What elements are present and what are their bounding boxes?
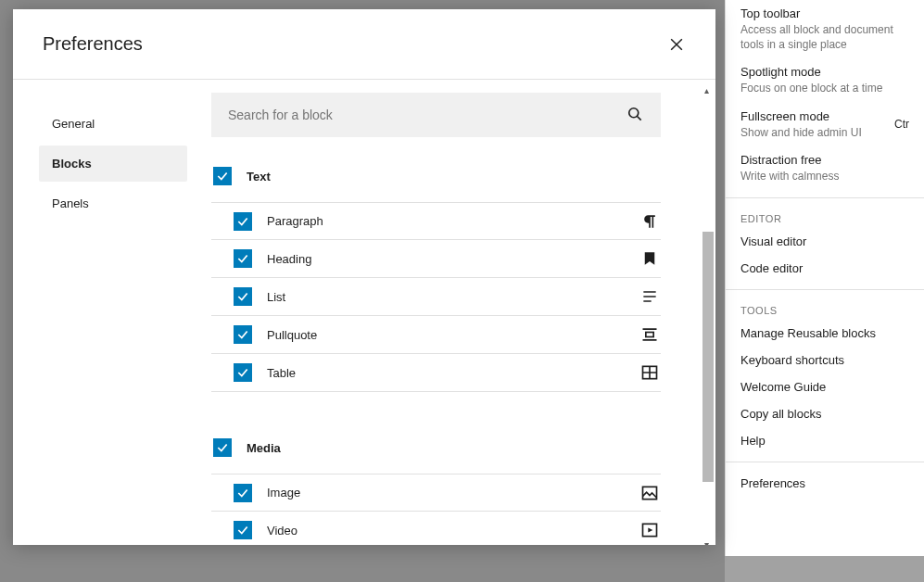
checkbox-checked[interactable]	[234, 287, 252, 306]
menu-item-title: Code editor	[740, 261, 909, 275]
block-row-video[interactable]: Video	[211, 512, 661, 545]
category-label: Media	[247, 441, 661, 455]
block-label: Pullquote	[267, 328, 639, 342]
menu-item-copy-all-blocks[interactable]: Copy all blocks	[726, 400, 924, 427]
block-label: Heading	[267, 252, 639, 266]
modal-title: Preferences	[43, 33, 143, 55]
block-label: Paragraph	[267, 214, 639, 228]
menu-item-code-editor[interactable]: Code editor	[726, 255, 924, 282]
paragraph-icon	[639, 210, 661, 233]
menu-item-help[interactable]: Help	[726, 427, 924, 454]
menu-item-fullscreen-mode[interactable]: Fullscreen mode Show and hide admin UI C…	[726, 103, 924, 146]
modal-tabs: General Blocks Panels	[13, 80, 211, 545]
menu-item-title: Distraction free	[740, 153, 909, 167]
menu-section-heading-editor: EDITOR	[726, 206, 924, 228]
menu-item-title: Top toolbar	[740, 6, 909, 20]
list-icon	[639, 285, 661, 308]
scroll-up-arrow[interactable]: ▴	[704, 85, 712, 93]
scrollbar-thumb[interactable]	[702, 232, 714, 482]
menu-item-title: Visual editor	[740, 234, 909, 248]
checkbox-checked[interactable]	[234, 212, 252, 231]
menu-item-desc: Focus on one block at a time	[740, 81, 909, 95]
menu-item-desc: Show and hide admin UI	[740, 125, 862, 140]
close-button[interactable]	[660, 28, 693, 61]
blocks-panel: Text ParagraphHeadingListPullquoteTable …	[211, 80, 715, 545]
tab-blocks[interactable]: Blocks	[39, 146, 187, 182]
block-label: Video	[267, 524, 639, 538]
block-search[interactable]	[211, 93, 661, 137]
block-label: Image	[267, 486, 639, 500]
image-icon	[639, 482, 661, 504]
menu-item-visual-editor[interactable]: Visual editor	[726, 228, 924, 255]
category-label: Text	[247, 170, 661, 183]
modal-header: Preferences	[13, 9, 715, 80]
menu-item-preferences[interactable]: Preferences	[726, 470, 924, 497]
menu-item-top-toolbar[interactable]: Top toolbar Access all block and documen…	[726, 0, 924, 58]
checkbox-checked[interactable]	[213, 438, 232, 457]
bookmark-icon	[639, 247, 661, 270]
tab-general[interactable]: General	[39, 106, 187, 142]
video-icon	[639, 519, 661, 541]
block-row-image[interactable]: Image	[211, 474, 661, 512]
scroll-down-arrow[interactable]: ▾	[704, 539, 712, 545]
menu-item-title: Spotlight mode	[740, 65, 909, 79]
svg-rect-2	[646, 333, 653, 337]
search-input[interactable]	[228, 108, 626, 122]
checkbox-checked[interactable]	[234, 325, 252, 344]
menu-item-desc: Write with calmness	[740, 169, 909, 183]
checkbox-checked[interactable]	[234, 484, 252, 502]
search-icon	[626, 105, 644, 126]
menu-item-welcome-guide[interactable]: Welcome Guide	[726, 373, 924, 400]
block-row-list[interactable]: List	[211, 278, 661, 316]
menu-item-desc: Access all block and document tools in a…	[740, 22, 909, 52]
category-row-text[interactable]: Text	[211, 156, 661, 196]
block-row-table[interactable]: Table	[211, 354, 661, 392]
block-row-paragraph[interactable]: Paragraph	[211, 202, 661, 240]
svg-point-0	[629, 108, 639, 117]
menu-section-heading-tools: TOOLS	[726, 297, 924, 320]
menu-item-manage-reusable-blocks[interactable]: Manage Reusable blocks	[726, 320, 924, 347]
menu-item-title: Fullscreen mode	[740, 109, 862, 123]
menu-item-distraction-free[interactable]: Distraction free Write with calmness	[726, 146, 924, 190]
menu-item-spotlight-mode[interactable]: Spotlight mode Focus on one block at a t…	[726, 58, 924, 102]
block-label: Table	[267, 366, 639, 380]
block-row-pullquote[interactable]: Pullquote	[211, 316, 661, 354]
table-icon	[639, 361, 661, 384]
block-row-heading[interactable]: Heading	[211, 240, 661, 278]
scrollbar[interactable]: ▴ ▾	[701, 93, 715, 545]
checkbox-checked[interactable]	[234, 249, 252, 268]
preferences-modal: Preferences General Blocks Panels Text	[13, 9, 715, 545]
menu-item-shortcut: Ctr	[894, 118, 909, 131]
pullquote-icon	[639, 323, 661, 346]
category-row-media[interactable]: Media	[211, 427, 661, 468]
options-dropdown-menu: Top toolbar Access all block and documen…	[725, 0, 924, 556]
checkbox-checked[interactable]	[234, 521, 252, 539]
menu-item-keyboard-shortcuts[interactable]: Keyboard shortcuts	[726, 347, 924, 373]
close-icon	[667, 35, 686, 54]
checkbox-checked[interactable]	[213, 167, 232, 185]
block-label: List	[267, 290, 639, 304]
tab-panels[interactable]: Panels	[39, 185, 187, 221]
checkbox-checked[interactable]	[234, 363, 252, 382]
modal-body: General Blocks Panels Text ParagraphHead…	[13, 80, 715, 545]
